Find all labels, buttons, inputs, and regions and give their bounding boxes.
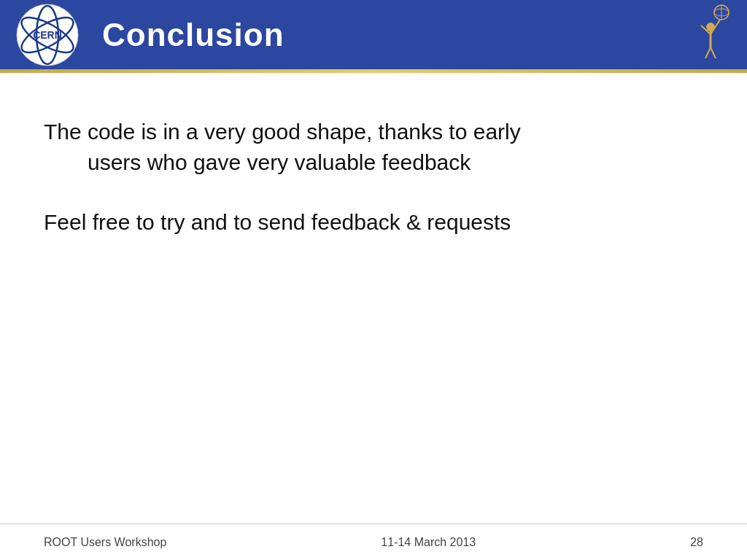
atlas-icon [678,4,736,62]
header-bar: CERN Conclusion [0,0,747,69]
svg-line-12 [705,47,711,58]
svg-text:CERN: CERN [33,29,62,41]
bullet-1-line1: The code is in a very good shape, thanks… [44,120,521,144]
cern-logo: CERN [15,2,80,68]
footer: ROOT Users Workshop 11-14 March 2013 28 [0,524,747,560]
slide: CERN Conclusion [0,0,747,560]
bullet-1-line2: users who gave very valuable feedback [44,150,471,174]
bullet-1: The code is in a very good shape, thanks… [44,117,703,178]
footer-date: 11-14 March 2013 [381,536,476,549]
bullet-2: Feel free to try and to send feedback & … [44,207,703,238]
footer-workshop: ROOT Users Workshop [44,536,166,549]
slide-content: The code is in a very good shape, thanks… [0,73,747,524]
svg-line-13 [711,47,716,58]
footer-page-number: 28 [690,536,703,549]
slide-title: Conclusion [102,17,285,53]
